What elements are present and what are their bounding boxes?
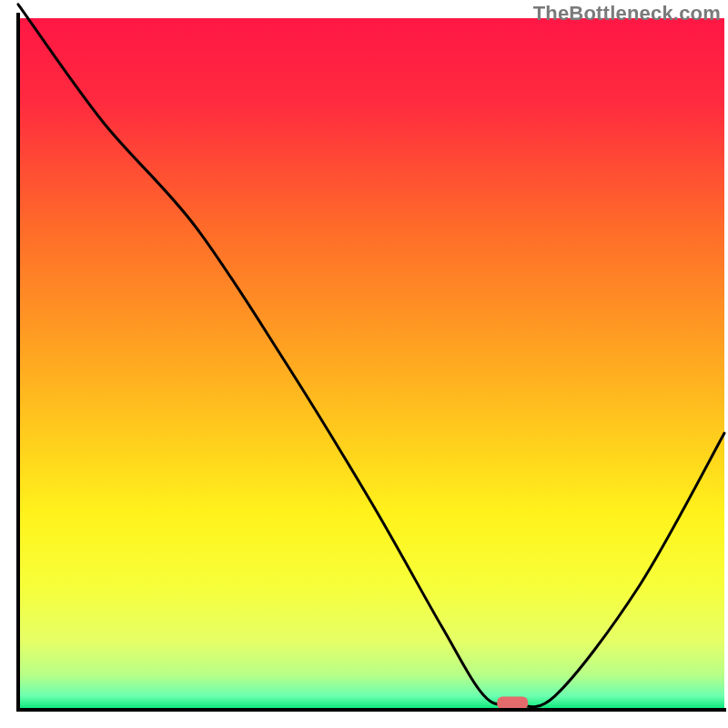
plot-background <box>18 18 724 710</box>
bottleneck-chart <box>0 0 728 728</box>
chart-container: TheBottleneck.com <box>0 0 728 728</box>
optimal-marker <box>497 696 528 709</box>
watermark-text: TheBottleneck.com <box>533 2 721 25</box>
